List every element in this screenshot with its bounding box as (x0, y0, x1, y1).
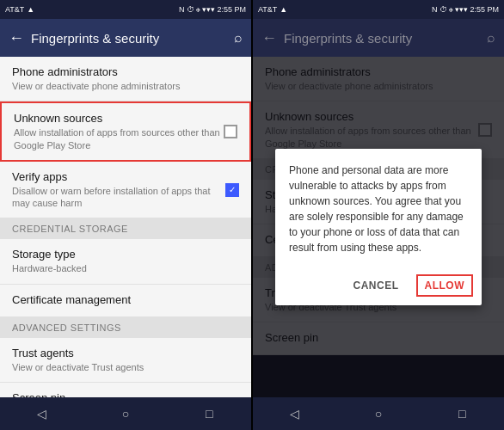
verify-apps-row: Verify apps Disallow or warn before inst… (12, 170, 239, 210)
dialog-actions: CANCEL ALLOW (275, 269, 482, 305)
signal-icon: ▲ (27, 5, 34, 14)
unknown-sources-dialog: Phone and personal data are more vulnera… (275, 149, 482, 305)
storage-type-title: Storage type (12, 248, 239, 261)
trust-agents-item[interactable]: Trust agents View or deactivate Trust ag… (0, 338, 251, 383)
nav-recents-right[interactable]: □ (449, 401, 475, 427)
search-icon-right: ⌕ (487, 30, 495, 46)
phone-admins-subtitle: View or deactivate phone administrators (12, 80, 239, 92)
content-left: Phone administrators View or deactivate … (0, 57, 251, 397)
status-right-right: Ν ⏱ ⊕ ▾▾▾ 2:55 PM (432, 5, 499, 14)
dialog-message: Phone and personal data are more vulnera… (275, 149, 482, 269)
storage-type-subtitle: Hardware-backed (12, 262, 239, 274)
verify-apps-title: Verify apps (12, 170, 225, 183)
time-left: 2:55 PM (217, 5, 246, 14)
storage-type-item[interactable]: Storage type Hardware-backed (0, 239, 251, 284)
wifi-icon: ▾▾▾ (202, 5, 215, 14)
phone-admins-title: Phone administrators (12, 65, 239, 78)
nav-recents-left[interactable]: □ (196, 401, 222, 427)
header-title-left: Fingerprints & security (31, 31, 227, 46)
status-bar-right: AT&T ▲ Ν ⏱ ⊕ ▾▾▾ 2:55 PM (253, 0, 504, 19)
credential-storage-header: CREDENTIAL STORAGE (0, 218, 251, 239)
certificate-management-item[interactable]: Certificate management (0, 285, 251, 317)
carrier-left: AT&T (5, 5, 24, 14)
screen-pin-title: Screen pin (12, 391, 239, 397)
unknown-sources-text: Unknown sources Allow installation of ap… (14, 112, 224, 151)
header-right: ← Fingerprints & security ⌕ (253, 19, 504, 57)
bottom-nav-right: ◁ ○ □ (253, 397, 504, 430)
header-title-right: Fingerprints & security (284, 31, 480, 46)
cancel-button[interactable]: CANCEL (345, 274, 408, 297)
status-right-left: AT&T ▲ (258, 5, 287, 14)
bottom-nav-left: ◁ ○ □ (0, 397, 251, 430)
verify-apps-checkbox[interactable]: ✓ (225, 183, 239, 197)
unknown-sources-checkbox[interactable] (224, 125, 237, 138)
unknown-sources-row: Unknown sources Allow installation of ap… (14, 112, 237, 151)
dialog-overlay: Phone and personal data are more vulnera… (253, 57, 504, 397)
content-right-wrapper: Phone administrators View or deactivate … (253, 57, 504, 397)
unknown-sources-item[interactable]: Unknown sources Allow installation of ap… (0, 101, 251, 162)
unknown-sources-subtitle: Allow installation of apps from sources … (14, 126, 224, 151)
time-right: 2:55 PM (470, 5, 499, 14)
nav-back-right[interactable]: ◁ (282, 401, 308, 427)
trust-agents-title: Trust agents (12, 347, 239, 359)
status-bar-left: AT&T ▲ Ν ⏱ ⊕ ▾▾▾ 2:55 PM (0, 0, 251, 19)
screen-pin-item[interactable]: Screen pin (0, 383, 251, 397)
nav-back-left[interactable]: ◁ (29, 401, 55, 427)
signal-icon-right: ▲ (280, 5, 287, 14)
search-icon-left[interactable]: ⌕ (234, 30, 243, 46)
wifi-icon-right: ▾▾▾ (455, 5, 468, 14)
verify-apps-item[interactable]: Verify apps Disallow or warn before inst… (0, 162, 251, 219)
right-screen: AT&T ▲ Ν ⏱ ⊕ ▾▾▾ 2:55 PM ← Fingerprints … (253, 0, 504, 430)
advanced-settings-header: ADVANCED SETTINGS (0, 317, 251, 338)
back-button-left[interactable]: ← (9, 29, 24, 47)
status-left: AT&T ▲ (5, 5, 34, 14)
verify-apps-text: Verify apps Disallow or warn before inst… (12, 170, 225, 210)
notification-icons: Ν ⏱ ⊕ (179, 5, 201, 14)
unknown-sources-title: Unknown sources (14, 112, 224, 125)
trust-agents-subtitle: View or deactivate Trust agents (12, 361, 239, 373)
carrier-right: AT&T (258, 5, 277, 14)
notification-icons-right: Ν ⏱ ⊕ (432, 5, 454, 14)
allow-button[interactable]: ALLOW (416, 274, 474, 297)
phone-admins-item[interactable]: Phone administrators View or deactivate … (0, 57, 251, 101)
back-button-right: ← (261, 29, 277, 47)
nav-home-right[interactable]: ○ (366, 401, 391, 427)
verify-apps-subtitle: Disallow or warn before installation of … (12, 185, 225, 210)
header-left: ← Fingerprints & security ⌕ (0, 19, 251, 57)
status-right: Ν ⏱ ⊕ ▾▾▾ 2:55 PM (179, 5, 246, 14)
left-screen: AT&T ▲ Ν ⏱ ⊕ ▾▾▾ 2:55 PM ← Fingerprints … (0, 0, 251, 430)
certificate-management-title: Certificate management (12, 293, 239, 306)
nav-home-left[interactable]: ○ (113, 401, 138, 427)
